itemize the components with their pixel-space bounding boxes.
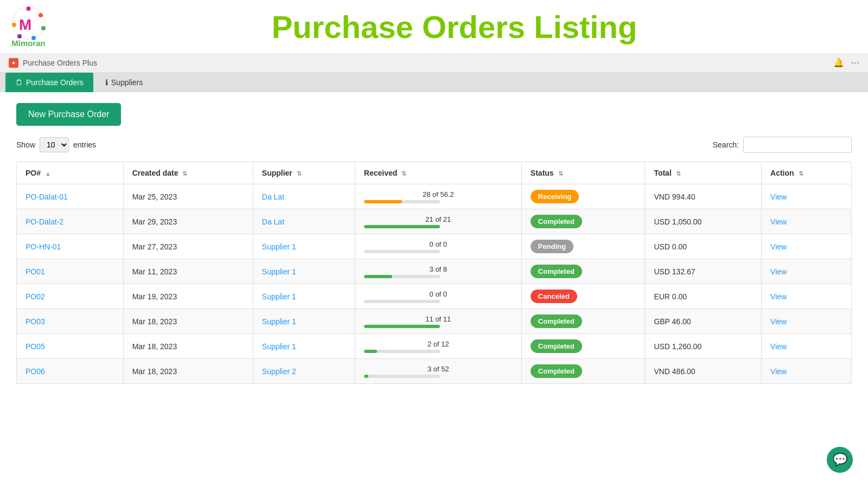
view-link[interactable]: View [770,217,787,226]
supplier-link[interactable]: Da Lat [262,217,284,226]
cell-status: Completed [521,309,645,334]
view-link[interactable]: View [770,192,787,201]
progress-label: 2 of 12 [364,340,513,348]
cell-created: Mar 18, 2023 [123,359,253,384]
mimoran-logo: M [11,5,46,41]
svg-point-1 [27,7,31,11]
progress-bar-bg [364,275,440,278]
cell-supplier: Supplier 2 [253,359,355,384]
cell-created: Mar 18, 2023 [123,334,253,359]
brand-name: Mimoran [11,38,46,48]
tab-purchase-orders[interactable]: 🗒 Purchase Orders [5,73,93,92]
po-link[interactable]: PO06 [25,367,45,376]
show-label: Show [16,140,35,149]
cell-action: View [762,184,852,209]
po-link[interactable]: PO-HN-01 [25,242,61,251]
cell-po: PO-Dalat-2 [17,209,124,234]
progress-label: 3 of 8 [364,265,513,273]
supplier-link[interactable]: Supplier 2 [262,367,296,376]
app-bar: ● Purchase Orders Plus 🔔 ⋯ [0,53,868,73]
table-row: PO-HN-01 Mar 27, 2023 Supplier 1 0 of 0 … [17,234,852,259]
main-content: New Purchase Order Show 10 25 50 entries… [0,92,868,395]
progress-label: 0 of 0 [364,290,513,298]
col-total[interactable]: Total ⇅ [645,162,762,184]
svg-text:M: M [19,16,31,33]
progress-bar-fill [364,375,368,378]
table-row: PO02 Mar 19, 2023 Supplier 1 0 of 0 Canc… [17,284,852,309]
cell-po: PO06 [17,359,124,384]
col-po[interactable]: PO# ▲ [17,162,124,184]
bell-icon[interactable]: 🔔 [833,57,844,68]
col-status[interactable]: Status ⇅ [521,162,645,184]
cell-status: Completed [521,334,645,359]
cell-status: Canceled [521,284,645,309]
cell-received: 2 of 12 [355,334,521,359]
cell-total: VND 994.40 [645,184,762,209]
supplier-link[interactable]: Supplier 1 [262,267,296,276]
po-link[interactable]: PO01 [25,267,45,276]
cell-status: Receiving [521,184,645,209]
col-created-date[interactable]: Created date ⇅ [123,162,253,184]
more-icon[interactable]: ⋯ [851,57,859,68]
table-row: PO06 Mar 18, 2023 Supplier 2 3 of 52 Com… [17,359,852,384]
view-link[interactable]: View [770,342,787,351]
po-link[interactable]: PO03 [25,317,45,326]
progress-container: 2 of 12 [364,340,513,353]
search-input[interactable] [743,137,852,153]
cell-supplier: Da Lat [253,184,355,209]
supplier-link[interactable]: Supplier 1 [262,242,296,251]
view-link[interactable]: View [770,367,787,376]
po-link[interactable]: PO-Dalat-01 [25,192,68,201]
view-link[interactable]: View [770,267,787,276]
progress-container: 0 of 0 [364,240,513,253]
view-link[interactable]: View [770,292,787,301]
cell-supplier: Da Lat [253,209,355,234]
progress-container: 21 of 21 [364,215,513,228]
search-area: Search: [713,137,852,153]
supplier-link[interactable]: Supplier 1 [262,317,296,326]
cell-total: EUR 0.00 [645,284,762,309]
tab-suppliers-label: Suppliers [111,78,143,87]
po-link[interactable]: PO05 [25,342,45,351]
col-supplier[interactable]: Supplier ⇅ [253,162,355,184]
entries-select[interactable]: 10 25 50 [40,137,69,152]
cell-created: Mar 27, 2023 [123,234,253,259]
app-bar-right: 🔔 ⋯ [833,57,859,68]
orders-table: PO# ▲ Created date ⇅ Supplier ⇅ Received… [16,162,852,384]
po-link[interactable]: PO-Dalat-2 [25,217,63,226]
new-purchase-order-button[interactable]: New Purchase Order [16,103,121,126]
view-link[interactable]: View [770,242,787,251]
supplier-link[interactable]: Da Lat [262,192,284,201]
cell-total: USD 132.67 [645,259,762,284]
cell-created: Mar 29, 2023 [123,209,253,234]
cell-received: 0 of 0 [355,284,521,309]
cell-action: View [762,309,852,334]
supplier-link[interactable]: Supplier 1 [262,342,296,351]
view-link[interactable]: View [770,317,787,326]
cell-total: GBP 46.00 [645,309,762,334]
progress-bar-bg [364,225,440,228]
svg-point-2 [39,13,43,17]
purchase-orders-icon: 🗒 [15,78,23,87]
tab-suppliers[interactable]: ℹ Suppliers [95,73,152,92]
cell-action: View [762,209,852,234]
cell-total: USD 1,050.00 [645,209,762,234]
supplier-link[interactable]: Supplier 1 [262,292,296,301]
progress-label: 21 of 21 [364,215,513,223]
table-row: PO01 Mar 11, 2023 Supplier 1 3 of 8 Comp… [17,259,852,284]
po-link[interactable]: PO02 [25,292,45,301]
cell-total: USD 0.00 [645,234,762,259]
cell-created: Mar 25, 2023 [123,184,253,209]
col-received[interactable]: Received ⇅ [355,162,521,184]
cell-supplier: Supplier 1 [253,284,355,309]
cell-po: PO-HN-01 [17,234,124,259]
progress-bar-bg [364,325,440,328]
sort-icon-po: ▲ [45,170,51,177]
search-label: Search: [713,140,739,149]
col-action[interactable]: Action ⇅ [762,162,852,184]
status-badge: Completed [531,339,582,353]
tab-purchase-orders-label: Purchase Orders [26,78,84,87]
cell-received: 0 of 0 [355,234,521,259]
cell-created: Mar 11, 2023 [123,259,253,284]
progress-bar-fill [364,350,377,353]
